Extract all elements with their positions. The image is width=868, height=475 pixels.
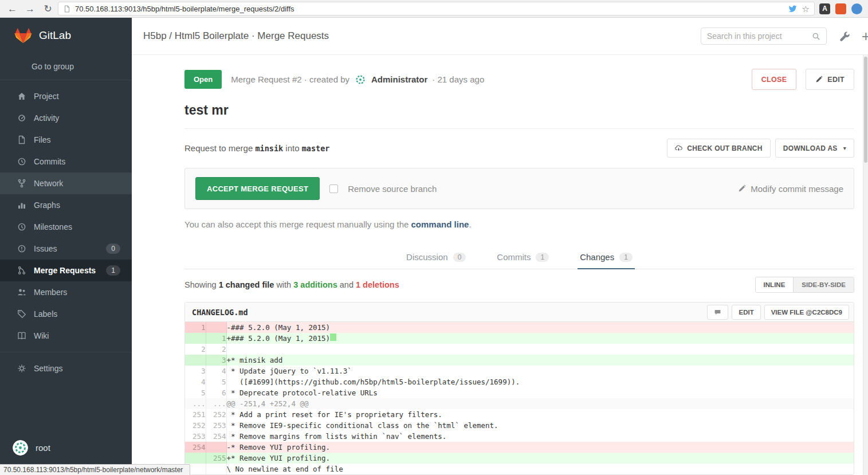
sidebar-item-settings[interactable]: Settings [0,358,132,379]
members-icon [17,288,27,297]
side-by-side-view-button[interactable]: SIDE-BY-SIDE [793,277,854,292]
sidebar-item-milestones[interactable]: Milestones [0,216,132,238]
edit-button[interactable]: EDIT [806,69,854,90]
extension-icon-2[interactable] [835,3,846,14]
sidebar-item-label: Network [34,179,120,188]
go-to-group-link[interactable]: Go to group [0,53,132,80]
remove-source-branch-checkbox[interactable] [329,184,338,193]
new-line-number[interactable]: 252 [206,409,226,420]
main-area: H5bp / Html5 Boilerplate · Merge Request… [132,18,868,475]
old-line-number[interactable] [185,333,206,344]
wrench-icon[interactable] [839,31,850,42]
comment-button[interactable] [707,305,728,320]
target-branch[interactable]: master [302,144,330,153]
plus-icon[interactable]: + [862,29,868,44]
new-line-number[interactable]: 3 [206,355,226,366]
forward-button[interactable]: → [22,4,38,14]
command-line-link[interactable]: command line [411,219,469,229]
search-input[interactable] [707,32,812,41]
edit-file-button[interactable]: EDIT [732,305,760,320]
file-diff: CHANGELOG.md EDIT VIEW FILE @C2C8DC9 1-#… [184,302,854,475]
source-branch[interactable]: minsik [255,144,283,153]
diff-code: +* minsik add [226,355,854,366]
sidebar-item-label: Wiki [34,331,120,340]
accept-merge-request-button[interactable]: ACCEPT MERGE REQUEST [195,177,320,200]
gitlab-logo-link[interactable]: GitLab [0,18,132,53]
sidebar-item-members[interactable]: Members [0,281,132,303]
diff-code: * Add a print reset for IE's proprietary… [226,409,854,420]
scrollbar-thumb[interactable] [864,57,867,163]
close-button[interactable]: CLOSE [752,69,797,90]
new-line-number[interactable]: 1 [206,333,226,344]
download-as-button[interactable]: DOWNLOAD AS ▾ [775,139,854,158]
request-row: Request to merge minsik into master CHEC… [184,139,854,158]
tab-count-badge: 1 [536,253,549,262]
diff-code-text: -### 5.2.0 (May 1, 2015) [227,323,331,332]
bookmark-star-icon[interactable]: ☆ [802,5,810,13]
old-line-number[interactable]: 2 [185,344,206,355]
scrollbar[interactable] [863,55,868,475]
sidebar-item-label: Commits [34,157,120,166]
back-button[interactable]: ← [5,4,20,14]
tab-discussion[interactable]: Discussion0 [404,244,468,269]
sidebar-item-labels[interactable]: Labels [0,303,132,325]
extension-icon-3[interactable] [851,3,862,14]
manual-accept-line: You can also accept this merge request m… [184,219,854,229]
remove-source-branch-label[interactable]: Remove source branch [348,184,437,194]
diff-code: * Remove IE9-specific conditional class … [226,420,854,431]
sidebar-item-commits[interactable]: Commits [0,151,132,172]
new-line-number[interactable]: 255 [206,453,226,464]
sidebar-item-merge-requests[interactable]: Merge Requests1 [0,260,132,281]
old-line-number[interactable]: 5 [185,387,206,398]
new-line-number[interactable] [206,464,226,474]
old-line-number[interactable] [185,453,206,464]
sidebar-item-project[interactable]: Project [0,85,132,107]
sidebar-item-activity[interactable]: Activity [0,107,132,129]
old-line-number[interactable]: 253 [185,431,206,442]
reload-button[interactable]: ↻ [40,4,56,14]
old-line-number[interactable]: 252 [185,420,206,431]
sidebar-item-network[interactable]: Network [0,172,132,194]
twitter-icon[interactable] [788,5,798,13]
network-icon [17,179,27,188]
view-file-button[interactable]: VIEW FILE @C2C8DC9 [764,305,849,320]
sidebar-item-graphs[interactable]: Graphs [0,194,132,216]
check-out-branch-button[interactable]: CHECK OUT BRANCH [667,139,770,158]
old-line-number[interactable]: 4 [185,376,206,387]
new-line-number[interactable] [206,322,226,333]
download-as-label: DOWNLOAD AS [783,144,838,152]
merge-requests-icon [17,266,27,275]
old-line-number[interactable]: 251 [185,409,206,420]
new-line-number[interactable]: ... [206,398,226,409]
new-line-number[interactable]: 254 [206,431,226,442]
diff-code: * Deprecate protocol-relative URLs [226,387,854,398]
caret-down-icon: ▾ [843,145,846,151]
file-name[interactable]: CHANGELOG.md [192,308,707,317]
old-line-number[interactable] [185,355,206,366]
sidebar-user[interactable]: root [0,440,132,456]
inline-view-button[interactable]: INLINE [756,277,794,292]
sidebar-item-issues[interactable]: Issues0 [0,238,132,260]
old-line-number[interactable]: 3 [185,366,206,376]
new-line-number[interactable]: 2 [206,344,226,355]
activity-icon [17,113,27,123]
author-link[interactable]: Administrator [371,74,427,84]
new-line-number[interactable]: 253 [206,420,226,431]
tab-commits[interactable]: Commits1 [494,244,551,269]
sidebar-item-wiki[interactable]: Wiki [0,325,132,347]
new-line-number[interactable] [206,442,226,453]
sidebar-item-files[interactable]: Files [0,129,132,151]
url-bar[interactable]: 70.50.168.113:9013/h5bp/html5-boilerplat… [58,2,815,15]
old-line-number[interactable]: ... [185,398,206,409]
new-line-number[interactable]: 6 [206,387,226,398]
breadcrumb[interactable]: H5bp / Html5 Boilerplate · Merge Request… [143,30,701,42]
new-line-number[interactable]: 4 [206,366,226,376]
tab-changes[interactable]: Changes1 [578,244,635,269]
new-line-number[interactable]: 5 [206,376,226,387]
modify-commit-message-link[interactable]: Modify commit message [738,184,843,194]
sidebar-item-label: Settings [34,364,120,373]
extension-icon-1[interactable]: A [819,3,830,14]
old-line-number[interactable]: 254 [185,442,206,453]
old-line-number[interactable]: 1 [185,322,206,333]
search-box[interactable] [701,28,827,45]
